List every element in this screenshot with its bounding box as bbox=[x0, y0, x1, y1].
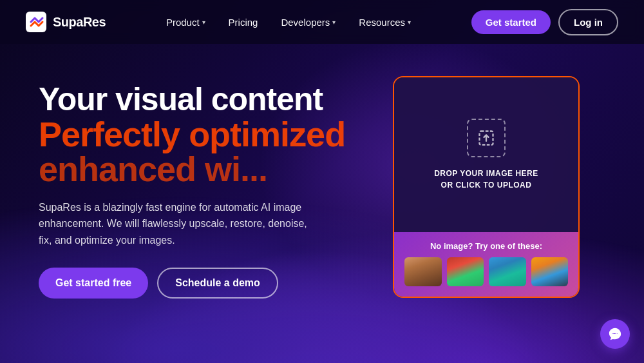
sample-image-4[interactable] bbox=[531, 257, 569, 286]
logo-icon bbox=[26, 12, 46, 32]
hero-description: SupaRes is a blazingly fast engine for a… bbox=[39, 199, 309, 249]
sample-section: No image? Try one of these: bbox=[394, 232, 578, 297]
upload-arrow-icon bbox=[477, 129, 495, 147]
logo[interactable]: SupaRes bbox=[26, 12, 106, 32]
navbar: SupaRes Product ▾ Pricing Developers ▾ R… bbox=[0, 0, 644, 44]
upload-zone[interactable]: DROP YOUR IMAGE HERE OR CLICK TO UPLOAD bbox=[394, 77, 578, 232]
upload-text: DROP YOUR IMAGE HERE OR CLICK TO UPLOAD bbox=[434, 168, 538, 191]
hero-buttons: Get started free Schedule a demo bbox=[39, 268, 367, 299]
nav-get-started-button[interactable]: Get started bbox=[471, 10, 551, 34]
chat-icon bbox=[608, 327, 622, 341]
sample-image-2[interactable] bbox=[447, 257, 484, 286]
chevron-down-icon: ▾ bbox=[332, 19, 336, 26]
chevron-down-icon: ▾ bbox=[202, 19, 205, 26]
hero-title-line2: Perfectly optimized bbox=[39, 117, 367, 152]
upload-card: DROP YOUR IMAGE HERE OR CLICK TO UPLOAD … bbox=[393, 76, 580, 298]
chevron-down-icon: ▾ bbox=[408, 19, 411, 26]
nav-item-pricing[interactable]: Pricing bbox=[220, 12, 267, 33]
upload-card-wrapper: DROP YOUR IMAGE HERE OR CLICK TO UPLOAD … bbox=[393, 76, 580, 298]
nav-item-product[interactable]: Product ▾ bbox=[157, 12, 214, 33]
nav-item-developers[interactable]: Developers ▾ bbox=[272, 12, 345, 33]
sample-image-3[interactable] bbox=[489, 257, 526, 286]
upload-icon bbox=[467, 119, 506, 157]
nav-login-button[interactable]: Log in bbox=[558, 9, 618, 35]
nav-actions: Get started Log in bbox=[471, 9, 618, 35]
schedule-demo-button[interactable]: Schedule a demo bbox=[157, 268, 278, 299]
hero-text: Your visual content Perfectly optimized … bbox=[39, 70, 367, 299]
sample-image-1[interactable] bbox=[404, 257, 442, 286]
chat-support-button[interactable] bbox=[600, 319, 630, 349]
brand-name: SupaRes bbox=[53, 15, 106, 30]
nav-item-resources[interactable]: Resources ▾ bbox=[350, 12, 420, 33]
sample-label: No image? Try one of these: bbox=[404, 241, 568, 251]
get-started-free-button[interactable]: Get started free bbox=[39, 268, 148, 299]
sample-images bbox=[404, 257, 568, 286]
hero-title-line1: Your visual content bbox=[39, 83, 367, 117]
hero-title-line3: enhanced wi... bbox=[39, 152, 367, 186]
nav-links: Product ▾ Pricing Developers ▾ Resources… bbox=[157, 12, 420, 33]
main-content: Your visual content Perfectly optimized … bbox=[0, 44, 644, 363]
